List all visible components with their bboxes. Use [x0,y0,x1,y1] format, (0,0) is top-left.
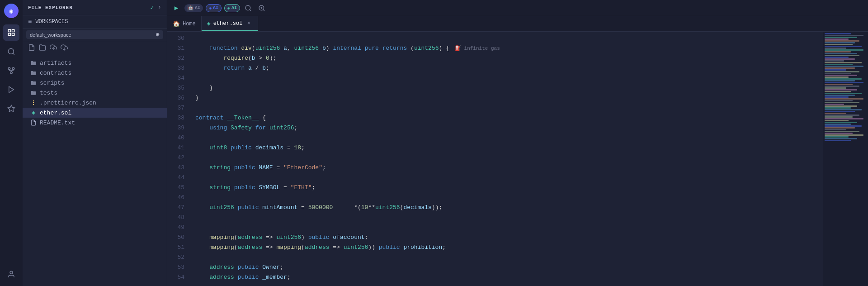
file-name-readme: README.txt [40,119,75,126]
workspace-name-text: default_workspace [30,32,71,38]
svg-point-7 [8,67,10,70]
svg-line-18 [250,10,251,11]
code-line-33: return a / b; [195,63,823,73]
code-line-54: address public _member; [195,272,823,282]
new-folder-icon[interactable] [39,44,46,53]
folder-item-tests[interactable]: tests [23,88,167,98]
new-file-icon[interactable] [28,44,35,53]
logo-icon[interactable]: ◉ [4,4,19,18]
file-name-ether-sol: ether.sol [40,110,71,116]
upload-icon[interactable] [50,44,57,53]
folder-name-scripts: scripts [40,80,65,86]
file-icon-prettierrc [30,99,37,106]
editor-area: ▶ 🤖 AI ◈ AI ◈ AI 🏠 Home [167,0,868,286]
code-line-44 [195,173,823,183]
debug-activity-icon[interactable] [3,81,19,98]
code-line-47: uint256 public mintAmount = 5000000 *(10… [195,203,823,213]
code-line-38: contract __Token__ { [195,113,823,123]
workspace-expand-icon: ⊕ [156,32,160,38]
workspace-label: WORKSPACES [35,19,161,25]
workspace-name-bar: default_workspace ⊕ [23,29,167,41]
file-item-prettierrc[interactable]: .prettierrc.json [23,98,167,108]
file-toolbar [23,41,167,56]
folder-item-artifacts[interactable]: artifacts [23,58,167,68]
sidebar-title: FILE EXPLORER [28,5,73,10]
code-line-36: } [195,93,823,103]
sidebar: FILE EXPLORER ✓ › ≡ WORKSPACES default_w… [23,0,167,286]
code-line-49 [195,223,823,233]
svg-line-5 [13,53,14,54]
account-icon[interactable] [3,266,19,282]
code-line-40 [195,133,823,143]
workspace-name-button[interactable]: default_workspace ⊕ [26,30,163,39]
tab-sol-icon: ◈ [207,20,211,27]
search-toolbar-icon[interactable] [243,3,254,14]
code-line-45: string public SYMBOL = "ETHI"; [195,183,823,193]
code-editor: 30 31 32 33 34 35 36 37 38 39 40 41 42 4… [167,32,868,286]
files-icon[interactable] [3,24,19,41]
file-item-readme[interactable]: README.txt [23,118,167,128]
code-line-39: using Safety for uint256; [195,123,823,133]
ai-button-2[interactable]: ◈ AI [206,4,222,12]
tab-label-ether-sol: ether.sol [213,20,243,27]
run-button[interactable]: ▶ [171,3,182,14]
search-activity-icon[interactable] [3,43,19,60]
line-numbers: 30 31 32 33 34 35 36 37 38 39 40 41 42 4… [167,32,190,286]
hamburger-icon[interactable]: ≡ [28,18,32,25]
code-line-50: mapping(address => uint256) public ofacc… [195,233,823,243]
code-line-35: } [195,83,823,93]
editor-toolbar: ▶ 🤖 AI ◈ AI ◈ AI [167,0,868,16]
check-icon[interactable]: ✓ [150,4,154,11]
download-icon[interactable] [61,44,68,53]
tab-label-home: Home [183,21,196,27]
minimap-content [823,32,868,143]
sidebar-header-icons: ✓ › [150,4,161,11]
extensions-icon[interactable] [3,100,19,117]
file-name-prettierrc: .prettierrc.json [40,100,96,106]
code-line-52 [195,253,823,262]
code-line-48 [195,213,823,223]
code-line-37 [195,103,823,113]
tab-close-ether-sol[interactable]: × [245,20,252,27]
svg-point-6 [10,72,13,74]
svg-point-15 [33,100,33,101]
file-tree: artifacts contracts scripts tests [23,56,167,286]
code-line-46 [195,193,823,203]
code-line-30 [195,33,823,43]
code-line-34 [195,73,823,83]
folder-icon-scripts [30,79,37,86]
more-icon[interactable]: › [158,4,161,11]
home-icon: 🏠 [173,20,180,28]
folder-item-contracts[interactable]: contracts [23,68,167,78]
svg-point-11 [10,271,13,274]
file-item-ether-sol[interactable]: ◈ ether.sol [23,108,167,118]
svg-point-16 [33,105,33,105]
git-icon[interactable] [3,62,19,79]
svg-point-4 [8,48,14,54]
folder-icon-tests [30,89,37,96]
tab-ether-sol[interactable]: ◈ ether.sol × [202,16,259,31]
ai-button-3[interactable]: ◈ AI [224,4,240,12]
folder-item-scripts[interactable]: scripts [23,78,167,88]
svg-marker-10 [9,86,14,93]
code-line-53: address public Owner; [195,262,823,272]
svg-point-17 [245,5,250,10]
code-line-51: mapping(address => mapping(address => ui… [195,243,823,253]
file-icon-ether-sol: ◈ [30,109,37,116]
code-line-41: uint8 public decimals = 18; [195,143,823,153]
folder-name-contracts: contracts [40,70,71,76]
code-line-43: string public NAME = "EtherCode"; [195,163,823,173]
folder-icon-artifacts [30,59,37,67]
folder-name-tests: tests [40,90,57,96]
sidebar-header: FILE EXPLORER ✓ › [23,0,167,15]
svg-point-14 [33,102,33,103]
code-line-31: function div(uint256 a, uint256 b) inter… [195,43,823,53]
svg-rect-0 [8,29,10,32]
code-content[interactable]: function div(uint256 a, uint256 b) inter… [190,32,823,286]
svg-rect-3 [12,33,14,36]
svg-point-8 [12,67,14,70]
ai-button-1[interactable]: 🤖 AI [184,4,203,12]
zoom-icon[interactable] [256,3,267,14]
folder-icon-contracts [30,69,37,76]
tab-home[interactable]: 🏠 Home [167,16,202,31]
